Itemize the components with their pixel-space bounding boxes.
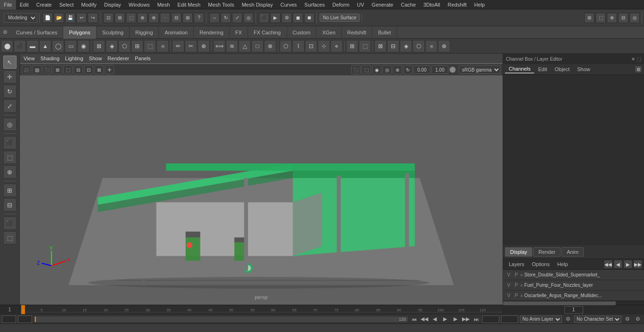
sculpt-btn[interactable]: ⬚ [3, 231, 17, 244]
help-btn[interactable]: ? [194, 13, 204, 23]
vp-renderer-menu[interactable]: Renderer [107, 56, 129, 61]
undo-btn[interactable]: ↩ [76, 13, 87, 23]
menu-redshift[interactable]: Redshift [444, 0, 470, 9]
tab-fx-caching[interactable]: FX Caching [248, 26, 287, 39]
snap-curve-btn[interactable]: ⊕ [149, 13, 159, 23]
vp-panels2-btn[interactable]: ⊟ [74, 65, 83, 74]
svs-icon-btn[interactable]: ⊞ [131, 40, 143, 52]
layers-next-btn[interactable]: ▶ [624, 260, 632, 268]
anim-preferences-btn[interactable]: ⚙ [634, 315, 642, 324]
vp-lighting-menu[interactable]: Lighting [65, 56, 83, 61]
vp-display2-btn[interactable]: ⬚ [362, 65, 371, 74]
uv6-icon-btn[interactable]: ⊕ [438, 40, 450, 52]
color-space-btn[interactable] [449, 66, 456, 73]
render-seq-btn[interactable]: ▶ [270, 13, 281, 23]
vp-panels-menu[interactable]: Panels [135, 56, 151, 61]
move-tool-btn[interactable]: ✛ [3, 70, 17, 83]
menu-windows[interactable]: Windows [125, 0, 154, 9]
move-btn[interactable]: ↔ [209, 13, 220, 23]
vp-film-btn[interactable]: ▤ [32, 65, 41, 74]
viewport[interactable]: View Shading Lighting Show Renderer Pane… [20, 54, 503, 305]
tab-animation[interactable]: Animation [159, 26, 194, 39]
vp-cam-btn[interactable]: 🎥 [22, 65, 31, 74]
uv4-icon-btn[interactable]: ⬡ [413, 40, 425, 52]
pb-next-key-btn[interactable]: ▶▶ [462, 315, 470, 324]
loft-icon-btn[interactable]: ⬚ [144, 40, 156, 52]
vp-grid-btn[interactable]: ⊞ [53, 65, 62, 74]
menu-file[interactable]: File [0, 0, 16, 9]
menu-curves[interactable]: Curves [277, 0, 301, 9]
render-tab[interactable]: Render [533, 247, 561, 257]
uv5-icon-btn[interactable]: ⍟ [425, 40, 438, 52]
menu-surfaces[interactable]: Surfaces [301, 0, 329, 9]
scale-tool-btn[interactable]: ⤢ [3, 99, 17, 113]
menu-mesh-tools[interactable]: Mesh Tools [204, 0, 238, 9]
menu-select[interactable]: Select [56, 0, 78, 9]
disk-icon-btn[interactable]: ◉ [77, 40, 90, 52]
settings-icon[interactable]: ⚙ [0, 26, 10, 39]
layers-scroll-thumb[interactable] [503, 301, 616, 305]
layers-prev-btn[interactable]: ◀◀ [604, 260, 612, 268]
menu-edit-mesh[interactable]: Edit Mesh [173, 0, 204, 9]
extra-btn5[interactable]: ◎ [629, 13, 640, 23]
save-scene-btn[interactable]: 💾 [65, 13, 75, 23]
time-ruler[interactable]: 0 5 10 15 20 25 30 35 40 45 50 55 60 65 … [20, 305, 503, 315]
layer1-vis[interactable]: V [505, 272, 512, 277]
soft-mod-tool-btn[interactable]: ◎ [3, 118, 17, 131]
open-scene-btn[interactable]: 📂 [54, 13, 64, 23]
extra-btn3[interactable]: ⊕ [607, 13, 617, 23]
tab-curves-surfaces[interactable]: Curves / Surfaces [10, 26, 63, 39]
smooth-icon-btn[interactable]: ≋ [226, 40, 238, 52]
sphere-icon-btn[interactable]: ⬤ [1, 40, 13, 52]
cb-tab-channels[interactable]: Channels [505, 65, 534, 73]
tab-custom[interactable]: Custom [287, 26, 317, 39]
gamma-select[interactable]: sRGB gamma [459, 65, 501, 74]
tab-bullet[interactable]: Bullet [372, 26, 397, 39]
tab-redshift[interactable]: Redshift [342, 26, 372, 39]
torus-icon-btn[interactable]: ◯ [52, 40, 64, 52]
help-tab[interactable]: Help [553, 260, 572, 268]
snap-grid-btn[interactable]: ⊕ [137, 13, 148, 23]
pb-goto-end-btn[interactable]: ⏭ [472, 315, 480, 324]
extrude-icon-btn[interactable]: ⍟ [157, 40, 169, 52]
plane-icon-btn[interactable]: ▭ [65, 40, 77, 52]
snap-view-btn[interactable]: ⊟ [171, 13, 182, 23]
coord1-input[interactable] [413, 65, 430, 74]
wedge-icon-btn[interactable]: ⋄ [330, 40, 343, 52]
layers-prev2-btn[interactable]: ◀ [614, 260, 622, 268]
mode-select[interactable]: Modeling [4, 13, 37, 23]
rotate-btn[interactable]: ↻ [221, 13, 231, 23]
layer3-vis[interactable]: V [505, 293, 512, 298]
render-btn[interactable]: ⬛ [259, 13, 269, 23]
cb-tab-object[interactable]: Object [551, 65, 573, 73]
menu-generate[interactable]: Generate [368, 0, 397, 9]
redo-btn[interactable]: ↪ [88, 13, 98, 23]
mirror-icon-btn[interactable]: ⟺ [213, 40, 225, 52]
select-comp-btn[interactable]: ⬚ [126, 13, 136, 23]
layer2-vis[interactable]: V [505, 283, 512, 288]
extra-btn4[interactable]: ⊟ [618, 13, 628, 23]
anim-layer-settings[interactable]: ⚙ [564, 315, 572, 324]
extra-btn1[interactable]: ⊞ [584, 13, 594, 23]
tab-xgen[interactable]: XGen [316, 26, 341, 39]
cb-tab-show[interactable]: Show [573, 65, 594, 73]
bridge-icon-btn[interactable]: ⌇ [292, 40, 305, 52]
pb-next-frame-btn[interactable]: ▶ [451, 315, 460, 324]
layers-scrollbar[interactable] [503, 301, 644, 305]
poke-icon-btn[interactable]: ⊹ [318, 40, 330, 52]
vp-display5-btn[interactable]: ⊕ [393, 65, 402, 74]
vp-show-menu[interactable]: Show [89, 56, 102, 61]
tab-rigging[interactable]: Rigging [130, 26, 159, 39]
render-settings-btn[interactable]: ⚙ [281, 13, 292, 23]
cone-icon-btn[interactable]: ▲ [39, 40, 51, 52]
menu-mesh[interactable]: Mesh [153, 0, 173, 9]
combine-icon-btn[interactable]: ⊕ [198, 40, 210, 52]
crease-btn[interactable]: ⊟ [3, 198, 17, 211]
extra-btn2[interactable]: ⬚ [595, 13, 606, 23]
scrubber-handle[interactable] [35, 316, 36, 322]
cut-icon-btn[interactable]: ✂ [185, 40, 197, 52]
pb-prev-frame-btn[interactable]: ◀ [430, 315, 439, 324]
grid-btn[interactable]: ⊕ [3, 165, 17, 178]
tab-rendering[interactable]: Rendering [194, 26, 230, 39]
display-btn[interactable]: ⬚ [3, 151, 17, 164]
